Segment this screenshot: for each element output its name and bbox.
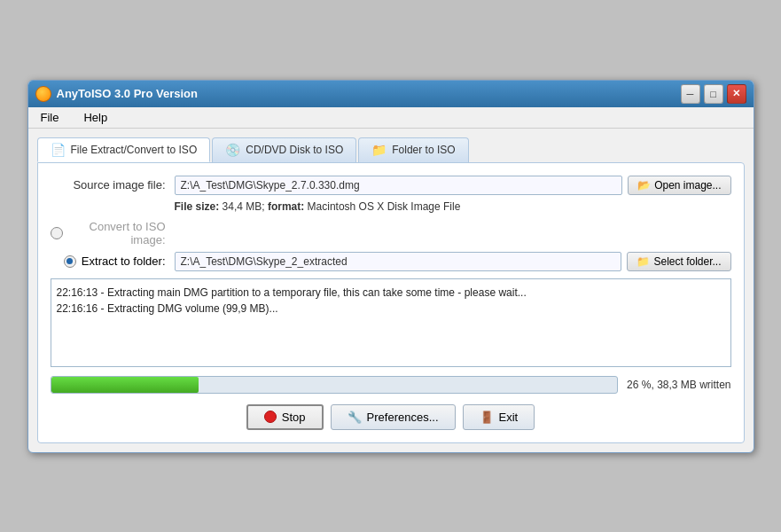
minimize-button[interactable]: ─ bbox=[681, 84, 700, 104]
format-value: Macintosh OS X Disk Image File bbox=[308, 200, 461, 213]
window-title: AnyToISO 3.0 Pro Version bbox=[57, 87, 681, 100]
tab-file-extract-label: File Extract/Convert to ISO bbox=[71, 144, 198, 156]
bottom-buttons: Stop 🔧 Preferences... 🚪 Exit bbox=[51, 404, 731, 430]
output-input[interactable] bbox=[175, 252, 622, 271]
progress-bar-fill bbox=[51, 377, 199, 393]
select-folder-button[interactable]: 📁 Select folder... bbox=[627, 252, 730, 271]
file-size-label: File size: bbox=[175, 200, 220, 213]
menu-bar: File Help bbox=[28, 107, 754, 129]
wrench-icon: 🔧 bbox=[348, 411, 362, 424]
exit-icon: 🚪 bbox=[480, 411, 494, 424]
log-area: 22:16:13 - Extracting main DMG partition… bbox=[51, 278, 731, 367]
exit-label: Exit bbox=[499, 411, 519, 424]
extract-radio-row: Extract to folder: 📁 Select folder... bbox=[51, 252, 731, 271]
convert-radio[interactable] bbox=[51, 227, 63, 239]
source-image-row: Source image file: 📂 Open image... bbox=[51, 176, 731, 195]
file-extract-icon: 📄 bbox=[51, 143, 66, 157]
radio-section: Convert to ISO image: Extract to folder:… bbox=[51, 220, 731, 271]
extract-radio[interactable] bbox=[64, 255, 76, 268]
close-button[interactable]: ✕ bbox=[727, 84, 746, 104]
stop-label: Stop bbox=[282, 411, 306, 424]
open-image-button[interactable]: 📂 Open image... bbox=[628, 176, 730, 195]
exit-button[interactable]: 🚪 Exit bbox=[463, 404, 535, 430]
tab-panel-file-extract: Source image file: 📂 Open image... File … bbox=[37, 162, 745, 443]
app-icon bbox=[35, 86, 51, 102]
window-controls: ─ □ ✕ bbox=[681, 84, 746, 104]
tab-cddvd[interactable]: 💿 CD/DVD Disk to ISO bbox=[212, 137, 356, 162]
tab-cddvd-label: CD/DVD Disk to ISO bbox=[246, 144, 343, 156]
progress-text: 26 %, 38,3 MB written bbox=[627, 379, 730, 391]
source-input[interactable] bbox=[175, 176, 623, 195]
log-line-2: 22:16:16 - Extracting DMG volume (99,9 M… bbox=[57, 301, 725, 317]
folder-icon: 📁 bbox=[371, 143, 387, 157]
stop-button[interactable]: Stop bbox=[246, 404, 324, 430]
menu-help[interactable]: Help bbox=[78, 109, 113, 126]
cddvd-icon: 💿 bbox=[225, 143, 240, 157]
stop-icon bbox=[264, 411, 277, 423]
format-label: format: bbox=[268, 200, 304, 213]
tab-folder-label: Folder to ISO bbox=[392, 144, 455, 156]
tab-list: 📄 File Extract/Convert to ISO 💿 CD/DVD D… bbox=[37, 137, 745, 162]
source-label: Source image file: bbox=[51, 178, 175, 192]
file-size-value: 34,4 MB; bbox=[223, 200, 265, 213]
title-bar: AnyToISO 3.0 Pro Version ─ □ ✕ bbox=[28, 81, 754, 107]
menu-file[interactable]: File bbox=[35, 109, 65, 126]
main-window: AnyToISO 3.0 Pro Version ─ □ ✕ File Help… bbox=[27, 80, 754, 453]
file-size-row: File size: 34,4 MB; format: Macintosh OS… bbox=[51, 200, 731, 213]
preferences-button[interactable]: 🔧 Preferences... bbox=[331, 404, 456, 430]
main-content: 📄 File Extract/Convert to ISO 💿 CD/DVD D… bbox=[28, 129, 754, 452]
folder-open-icon: 📂 bbox=[637, 179, 651, 192]
folder-icon-btn: 📁 bbox=[637, 255, 650, 268]
convert-radio-row: Convert to ISO image: bbox=[51, 220, 731, 246]
convert-label: Convert to ISO image: bbox=[68, 220, 166, 246]
log-line-1: 22:16:13 - Extracting main DMG partition… bbox=[57, 285, 725, 301]
extract-label: Extract to folder: bbox=[82, 254, 166, 268]
progress-bar-container bbox=[51, 376, 619, 394]
maximize-button[interactable]: □ bbox=[704, 84, 723, 104]
preferences-label: Preferences... bbox=[367, 411, 439, 424]
tab-file-extract[interactable]: 📄 File Extract/Convert to ISO bbox=[37, 137, 211, 162]
progress-row: 26 %, 38,3 MB written bbox=[51, 376, 731, 394]
tab-folder[interactable]: 📁 Folder to ISO bbox=[358, 137, 468, 162]
